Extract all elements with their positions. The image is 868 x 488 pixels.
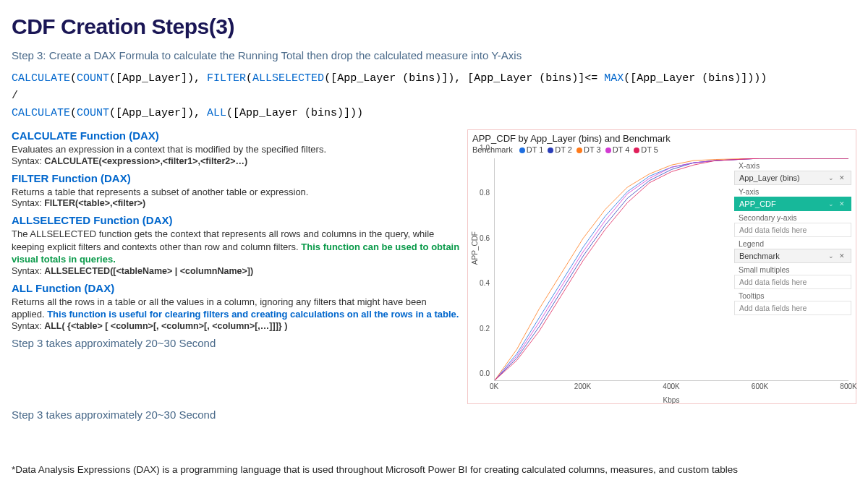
- dax-token: ALL: [207, 107, 226, 119]
- function-syntax: Syntax: ALLSELECTED([<tableName> | <colu…: [12, 266, 460, 276]
- dax-token: MAX: [604, 72, 624, 85]
- function-description: The ALLSELECTED function gets the contex…: [12, 228, 460, 266]
- chart-container: APP_CDF by App_Layer (bins) and Benchmar…: [467, 129, 856, 404]
- y-tick-label: 0.8: [480, 189, 490, 197]
- dax-formula: CALCULATE(COUNT([App_Layer]), FILTER(ALL…: [12, 70, 856, 122]
- function-title: ALLSELECTED Function (DAX): [12, 214, 460, 226]
- function-syntax: Syntax: ALL( {<table> [ <column>[, <colu…: [12, 321, 460, 331]
- legend-series-label: DT 4: [613, 145, 630, 154]
- function-syntax: Syntax: CALCULATE(<expression>,<filter1>…: [12, 156, 460, 166]
- config-field-placeholder[interactable]: Add data fields here: [734, 223, 851, 237]
- legend-series-label: DT 5: [641, 145, 658, 154]
- config-section-label: Tooltips: [734, 289, 851, 301]
- dax-token: (: [70, 107, 77, 119]
- footnote: *Data Analysis Expressions (DAX) is a pr…: [12, 464, 856, 475]
- config-field-value: APP_CDF: [739, 200, 776, 208]
- function-title: CALCULATE Function (DAX): [12, 129, 460, 142]
- legend-series-label: DT 3: [584, 145, 601, 154]
- chart-title: APP_CDF by App_Layer (bins) and Benchmar…: [472, 133, 851, 144]
- dax-token: (: [246, 72, 252, 85]
- x-tick-label: 200K: [574, 382, 591, 390]
- function-title: FILTER Function (DAX): [12, 172, 460, 184]
- config-section-label: Small multiples: [734, 263, 851, 275]
- x-axis-label: Kbps: [663, 396, 680, 404]
- y-tick-label: 0.6: [480, 234, 490, 241]
- function-syntax: Syntax: FILTER(<table>,<filter>): [12, 198, 460, 208]
- dax-token: ([App_Layer]),: [109, 72, 207, 85]
- legend-dot-icon: [634, 147, 639, 153]
- dax-token: ALLSELECTED: [252, 72, 324, 85]
- function-block: FILTER Function (DAX)Returns a table tha…: [12, 172, 460, 209]
- step-description: Step 3: Create a DAX Formula to calculat…: [12, 49, 856, 61]
- x-tick-label: 600K: [752, 382, 768, 390]
- config-field-well[interactable]: App_Layer (bins)⌄ ✕: [734, 171, 851, 185]
- config-field-placeholder[interactable]: Add data fields here: [734, 301, 851, 315]
- config-field-well[interactable]: Benchmark⌄ ✕: [734, 249, 851, 263]
- y-tick-label: 1.0: [480, 144, 490, 152]
- function-block: CALCULATE Function (DAX)Evaluates an exp…: [12, 129, 460, 166]
- y-tick-label: 0.4: [480, 279, 490, 287]
- chevron-down-icon[interactable]: ⌄ ✕: [828, 200, 846, 207]
- legend-series-label: DT 2: [555, 145, 572, 154]
- y-tick-label: 0.0: [480, 369, 490, 377]
- legend-dot-icon: [519, 147, 525, 153]
- dax-token: (: [70, 72, 77, 85]
- dax-token: CALCULATE: [12, 72, 70, 85]
- config-field-well[interactable]: APP_CDF⌄ ✕: [734, 197, 851, 211]
- function-title: ALL Function (DAX): [12, 282, 460, 294]
- function-description: Returns all the rows in a table or all t…: [12, 296, 460, 321]
- config-section-label: Legend: [734, 237, 851, 249]
- function-block: ALL Function (DAX)Returns all the rows i…: [12, 282, 460, 331]
- x-tick-label: 0K: [490, 382, 498, 390]
- dax-token: ([App_Layer (bins)]))): [624, 72, 767, 85]
- dax-token: COUNT: [77, 72, 109, 85]
- config-section-label: X-axis: [734, 159, 851, 171]
- chevron-down-icon[interactable]: ⌄ ✕: [828, 252, 846, 260]
- function-description: Evaluates an expression in a context tha…: [12, 143, 460, 156]
- x-tick-label: 800K: [840, 382, 856, 390]
- visual-config-panel: X-axisApp_Layer (bins)⌄ ✕Y-axisAPP_CDF⌄ …: [734, 159, 851, 315]
- legend-dot-icon: [548, 147, 553, 153]
- legend-dot-icon: [605, 147, 611, 153]
- legend-dot-icon: [576, 147, 582, 153]
- chart-legend: Benchmark DT 1DT 2DT 3DT 4DT 5: [472, 145, 851, 154]
- legend-prefix: Benchmark: [472, 145, 513, 154]
- y-tick-label: 0.2: [480, 324, 490, 332]
- dax-token: FILTER: [207, 72, 246, 85]
- dax-token: ([App_Layer]),: [109, 107, 207, 119]
- dax-token: ([App_Layer (bins)]), [App_Layer (bins)]…: [324, 72, 604, 85]
- dax-token: COUNT: [77, 107, 109, 119]
- config-field-value: App_Layer (bins): [739, 174, 800, 182]
- config-field-placeholder[interactable]: Add data fields here: [734, 275, 851, 289]
- dax-token: CALCULATE: [12, 107, 70, 119]
- legend-series-label: DT 1: [527, 145, 544, 154]
- step-timing-inline: Step 3 takes approximately 20~30 Second: [12, 337, 460, 349]
- function-description: Returns a table that represents a subset…: [12, 186, 460, 199]
- dax-token: ([App_Layer (bins)])): [226, 107, 363, 119]
- config-field-value: Benchmark: [739, 252, 780, 260]
- x-tick-label: 400K: [663, 382, 679, 390]
- function-block: ALLSELECTED Function (DAX)The ALLSELECTE…: [12, 214, 460, 276]
- formula-divider: /: [12, 87, 856, 105]
- config-section-label: Y-axis: [734, 185, 851, 197]
- step-timing: Step 3 takes approximately 20~30 Second: [12, 408, 856, 421]
- page-title: CDF Creation Steps(3): [12, 14, 856, 39]
- config-section-label: Secondary y-axis: [734, 211, 851, 223]
- chevron-down-icon[interactable]: ⌄ ✕: [828, 174, 846, 181]
